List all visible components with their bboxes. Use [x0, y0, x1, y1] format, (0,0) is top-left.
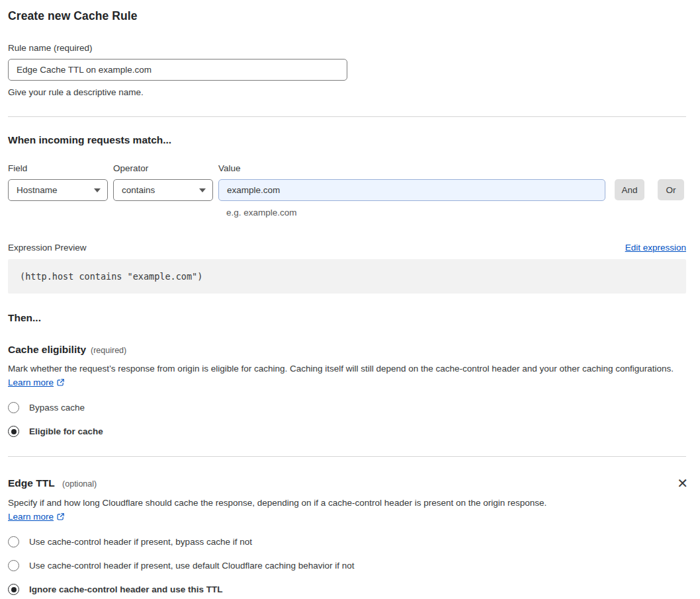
- external-link-icon: [56, 379, 65, 389]
- rule-name-help: Give your rule a descriptive name.: [8, 87, 686, 97]
- cache-eligibility-section: Cache eligibility (required) Mark whethe…: [8, 344, 686, 437]
- match-condition-row: Field Hostname Operator contains Value A…: [8, 163, 686, 201]
- radio-icon: [8, 560, 19, 571]
- field-label: Field: [8, 163, 108, 173]
- then-heading: Then...: [8, 312, 686, 324]
- operator-selected-value: contains: [122, 185, 155, 195]
- radio-label: Bypass cache: [29, 403, 85, 413]
- edit-expression-link[interactable]: Edit expression: [625, 243, 686, 253]
- radio-icon: [8, 402, 19, 413]
- radio-option-ignore-header-use-ttl[interactable]: Ignore cache-control header and use this…: [8, 584, 686, 595]
- expression-code-block: (http.host contains "example.com"): [8, 259, 686, 294]
- expression-header: Expression Preview Edit expression: [8, 243, 686, 253]
- rule-name-input[interactable]: [8, 59, 347, 81]
- radio-selected-icon: [8, 426, 19, 437]
- close-icon[interactable]: ✕: [677, 477, 688, 490]
- divider: [8, 116, 686, 117]
- radio-label: Use cache-control header if present, use…: [29, 561, 355, 571]
- external-link-icon: [56, 513, 65, 523]
- match-heading: When incoming requests match...: [8, 134, 686, 146]
- operator-label: Operator: [113, 163, 213, 173]
- radio-option-use-header-default[interactable]: Use cache-control header if present, use…: [8, 560, 686, 571]
- or-button[interactable]: Or: [658, 179, 684, 200]
- edge-ttl-optional-badge: (optional): [62, 479, 97, 489]
- field-selected-value: Hostname: [17, 185, 58, 195]
- create-cache-rule-form: Create new Cache Rule Rule name (require…: [0, 0, 700, 599]
- learn-more-link[interactable]: Learn more: [8, 378, 54, 387]
- cache-eligibility-required-badge: (required): [91, 346, 126, 355]
- radio-label: Use cache-control header if present, byp…: [29, 537, 252, 547]
- edge-ttl-description: Specify if and how long Cloudflare shoul…: [8, 496, 560, 524]
- radio-option-use-header-bypass[interactable]: Use cache-control header if present, byp…: [8, 536, 686, 547]
- value-input[interactable]: [218, 179, 605, 201]
- edge-ttl-title: Edge TTL: [8, 477, 55, 489]
- cache-eligibility-description: Mark whether the request’s response from…: [8, 362, 686, 389]
- and-button[interactable]: And: [615, 179, 644, 200]
- divider: [8, 456, 686, 457]
- edge-ttl-section: Edge TTL (optional) ✕ Specify if and how…: [8, 477, 686, 599]
- operator-select[interactable]: contains: [113, 179, 213, 201]
- radio-selected-icon: [8, 584, 19, 595]
- cache-eligibility-title: Cache eligibility: [8, 344, 86, 356]
- radio-label: Ignore cache-control header and use this…: [29, 584, 223, 594]
- value-help: e.g. example.com: [226, 208, 686, 218]
- learn-more-link[interactable]: Learn more: [8, 512, 54, 522]
- chevron-down-icon: [199, 188, 206, 192]
- radio-option-bypass-cache[interactable]: Bypass cache: [8, 402, 686, 413]
- expression-preview-label: Expression Preview: [8, 243, 87, 253]
- expression-code: (http.host contains "example.com"): [20, 271, 202, 282]
- radio-icon: [8, 536, 19, 547]
- page-title: Create new Cache Rule: [8, 7, 686, 23]
- value-label: Value: [218, 163, 605, 173]
- rule-name-section: Rule name (required) Give your rule a de…: [8, 43, 686, 97]
- chevron-down-icon: [94, 188, 101, 192]
- field-select[interactable]: Hostname: [8, 179, 108, 201]
- radio-label: Eligible for cache: [29, 426, 103, 436]
- rule-name-label: Rule name (required): [8, 43, 686, 53]
- radio-option-eligible-for-cache[interactable]: Eligible for cache: [8, 426, 686, 437]
